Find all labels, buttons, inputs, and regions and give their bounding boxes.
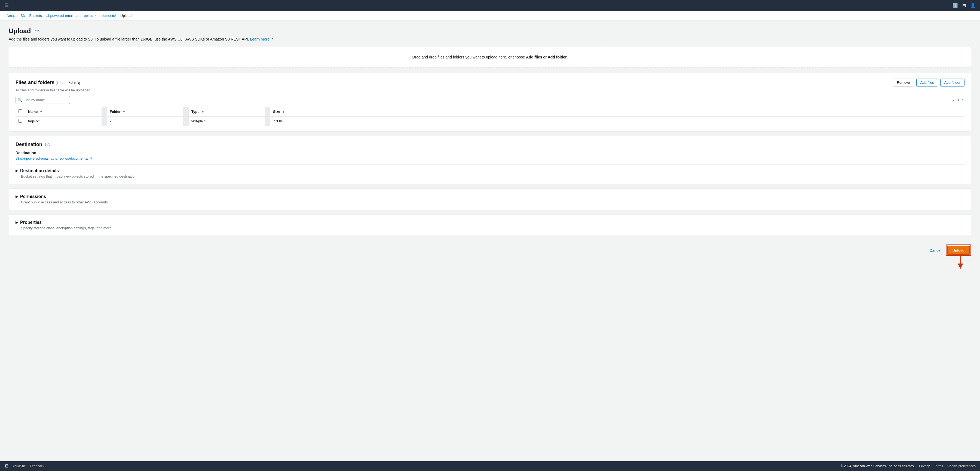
select-all-checkbox[interactable] xyxy=(18,109,22,113)
grid-icon-topbar[interactable]: ⊞ xyxy=(962,3,966,8)
col-divider-1 xyxy=(102,107,107,116)
footer-right: © 2024, Amazon Web Services, Inc. or its… xyxy=(841,464,976,468)
properties-card: ▶ Properties Specify storage class, encr… xyxy=(9,214,971,236)
cloudshell-icon: 🖥 xyxy=(4,464,9,469)
terms-link[interactable]: Terms xyxy=(934,464,943,468)
destination-details-label: Destination details xyxy=(20,168,59,173)
breadcrumb: Amazon S3 › Buckets › ai-powered-email-a… xyxy=(0,11,980,21)
page-info-link[interactable]: Info xyxy=(33,29,40,33)
files-card-header: Files and folders (1 total, 7.3 KB) Remo… xyxy=(16,79,964,86)
th-checkbox xyxy=(16,107,25,116)
breadcrumb-sep-4: › xyxy=(118,14,119,17)
hamburger-icon[interactable]: ☰ xyxy=(4,2,9,8)
upload-btn-wrapper: Upload xyxy=(946,244,971,256)
footer: 🖥 CloudShell Feedback © 2024, Amazon Web… xyxy=(0,461,980,471)
folder-sort-icon: ▼ xyxy=(123,110,125,113)
copyright-text: © 2024, Amazon Web Services, Inc. or its… xyxy=(841,464,915,468)
permissions-header[interactable]: ▶ Permissions xyxy=(16,194,964,199)
top-navigation: ☰ ℹ️ ⊞ 👤 xyxy=(0,0,980,11)
footer-left: 🖥 CloudShell Feedback xyxy=(4,464,45,469)
row-checkbox[interactable] xyxy=(18,119,22,123)
destination-s3-path: s3://ai-powered-email-auto-replies/docum… xyxy=(16,156,88,160)
svg-marker-1 xyxy=(958,263,963,269)
search-row: 🔍 ‹ 1 › xyxy=(16,96,964,104)
col-divider-2 xyxy=(183,107,189,116)
type-sort-icon: ▼ xyxy=(202,110,204,113)
drop-zone[interactable]: Drag and drop files and folders you want… xyxy=(9,47,971,67)
breadcrumb-buckets[interactable]: Buckets xyxy=(29,14,42,17)
permissions-label: Permissions xyxy=(20,194,46,199)
main-content: Upload Info Add the files and folders yo… xyxy=(0,21,980,461)
info-icon-topbar[interactable]: ℹ️ xyxy=(953,3,958,8)
row-checkbox-cell xyxy=(16,116,25,126)
files-table-body: faqs.txt - text/plain 7.3 KB xyxy=(16,116,964,126)
drop-zone-or: or xyxy=(542,55,547,59)
files-buttons-row: Remove Add files Add folder xyxy=(892,79,964,86)
drop-zone-period: . xyxy=(567,55,568,59)
size-sort-icon: ▼ xyxy=(282,110,285,113)
cloudshell-link[interactable]: CloudShell xyxy=(11,464,27,468)
permissions-desc: Grant public access and access to other … xyxy=(21,200,964,204)
row-divider-3 xyxy=(265,116,270,126)
pagination-prev-button[interactable]: ‹ xyxy=(952,97,956,103)
files-card-stats: (1 total, 7.3 KB) xyxy=(56,81,80,85)
row-divider-1 xyxy=(102,116,107,126)
pagination-row: ‹ 1 › xyxy=(952,97,964,103)
properties-desc: Specify storage class, encryption settin… xyxy=(21,226,964,230)
page-description: Add the files and folders you want to up… xyxy=(9,37,971,41)
files-card-title-group: Files and folders (1 total, 7.3 KB) xyxy=(16,80,80,86)
breadcrumb-s3[interactable]: Amazon S3 xyxy=(6,14,25,17)
external-link-icon: ↗ xyxy=(89,156,92,160)
add-files-button[interactable]: Add files xyxy=(916,79,938,86)
feedback-link[interactable]: Feedback xyxy=(30,464,45,468)
name-sort-icon: ▼ xyxy=(40,110,43,113)
row-size: 7.3 KB xyxy=(270,116,964,126)
permissions-card: ▶ Permissions Grant public access and ac… xyxy=(9,189,971,210)
learn-more-link[interactable]: Learn more ↗ xyxy=(250,37,274,41)
privacy-link[interactable]: Privacy xyxy=(919,464,930,468)
cancel-button[interactable]: Cancel xyxy=(929,248,941,253)
destination-details-header[interactable]: ▶ Destination details xyxy=(16,168,964,173)
triangle-icon: ▶ xyxy=(16,169,18,173)
col-divider-3 xyxy=(265,107,270,116)
destination-title-row: Destination Info xyxy=(16,142,964,147)
th-type[interactable]: Type ▼ xyxy=(189,107,265,116)
pagination-page: 1 xyxy=(957,98,959,102)
breadcrumb-sep-1: › xyxy=(26,14,27,17)
add-folder-button[interactable]: Add folder xyxy=(940,79,964,86)
destination-details-desc: Bucket settings that impact new objects … xyxy=(21,174,964,178)
properties-triangle-icon: ▶ xyxy=(16,220,18,224)
top-right-icons: ℹ️ ⊞ 👤 xyxy=(953,3,976,8)
destination-card: Destination Info Destination s3://ai-pow… xyxy=(9,136,971,184)
destination-info-link[interactable]: Info xyxy=(45,143,50,147)
add-files-text: Add files xyxy=(526,55,542,59)
arrow-annotation xyxy=(952,254,969,270)
cookie-link[interactable]: Cookie preferences xyxy=(947,464,976,468)
breadcrumb-documents[interactable]: documents/ xyxy=(97,14,116,17)
th-size[interactable]: Size ▼ xyxy=(270,107,964,116)
th-folder[interactable]: Folder ▼ xyxy=(107,107,183,116)
destination-s3-link[interactable]: s3://ai-powered-email-auto-replies/docum… xyxy=(16,156,92,160)
destination-detail: Destination s3://ai-powered-email-auto-r… xyxy=(16,151,964,160)
properties-header[interactable]: ▶ Properties xyxy=(16,220,964,225)
destination-details-section: ▶ Destination details Bucket settings th… xyxy=(16,164,964,178)
search-input-wrap: 🔍 xyxy=(16,96,70,104)
breadcrumb-bucket-name[interactable]: ai-powered-email-auto-replies xyxy=(46,14,93,17)
page-title: Upload xyxy=(9,27,31,35)
destination-title: Destination xyxy=(16,142,42,147)
row-name: faqs.txt xyxy=(25,116,102,126)
properties-label: Properties xyxy=(20,220,41,225)
upload-button[interactable]: Upload xyxy=(947,246,970,255)
pagination-next-button[interactable]: › xyxy=(961,97,964,103)
breadcrumb-sep-3: › xyxy=(95,14,96,17)
drop-zone-text: Drag and drop files and folders you want… xyxy=(412,55,526,59)
breadcrumb-sep-2: › xyxy=(43,14,45,17)
user-icon-topbar[interactable]: 👤 xyxy=(970,3,976,8)
upload-button-highlight: Upload xyxy=(946,244,971,256)
remove-button[interactable]: Remove xyxy=(892,79,914,86)
th-name[interactable]: Name ▼ xyxy=(25,107,102,116)
search-input[interactable] xyxy=(16,96,70,104)
files-card-title: Files and folders xyxy=(16,80,54,85)
files-table: Name ▼ Folder ▼ Type ▼ Size xyxy=(16,107,964,126)
add-folder-text: Add folder xyxy=(548,55,567,59)
